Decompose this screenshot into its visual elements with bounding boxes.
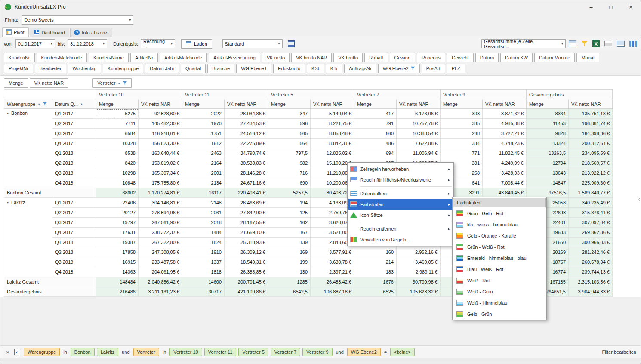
value-cell[interactable]: 239.744,13 €: [569, 267, 613, 277]
value-cell[interactable]: 3.727,21 €: [483, 129, 527, 139]
field-chip[interactable]: VK brutto NAR: [291, 53, 332, 62]
field-chip[interactable]: Datum: [475, 53, 499, 62]
value-cell[interactable]: 214: [354, 257, 397, 267]
total-value-cell[interactable]: 2.315.103,56 €: [569, 277, 613, 287]
quarter-cell[interactable]: Q2 2018: [52, 247, 96, 257]
value-cell[interactable]: 17631: [96, 228, 139, 238]
measure-chip[interactable]: VK netto NAR: [30, 78, 68, 88]
value-cell[interactable]: 2463: [182, 148, 225, 158]
field-chip[interactable]: Erlöskonto: [273, 64, 305, 73]
total-value-cell[interactable]: 1.589.840,77 €: [569, 188, 613, 198]
filter-icon[interactable]: [411, 66, 415, 71]
minimize-button[interactable]: –: [581, 0, 601, 13]
filter-field-chip[interactable]: Warengruppe: [24, 348, 60, 356]
value-cell[interactable]: 417: [354, 109, 397, 119]
value-cell[interactable]: 6584: [96, 129, 139, 139]
quarter-cell[interactable]: Q3 2017: [52, 218, 96, 228]
save-icon[interactable]: [288, 40, 295, 47]
value-cell[interactable]: 4.748,23 €: [483, 139, 527, 148]
filter-icon[interactable]: [43, 102, 47, 106]
value-cell[interactable]: 486: [354, 139, 397, 148]
field-chip[interactable]: VK brutto: [333, 53, 363, 62]
total-value-cell[interactable]: 97516,5: [527, 188, 569, 198]
column-group-header[interactable]: Vertreter 9: [441, 90, 527, 99]
menu-item[interactable]: Regeln für Höchst-/Niedrigstwerte▸: [348, 174, 453, 185]
field-chip[interactable]: Kunden-Name: [89, 53, 129, 62]
value-cell[interactable]: 116.918,01 €: [139, 129, 182, 139]
quarter-cell[interactable]: Q4 2018: [52, 267, 96, 277]
value-cell[interactable]: 9828: [527, 129, 569, 139]
total-row-label[interactable]: Bonbon Gesamt: [4, 188, 96, 198]
menu-item[interactable]: Icon-Sätze▸: [348, 210, 453, 220]
value-cell[interactable]: 347: [268, 109, 311, 119]
value-cell[interactable]: 139: [268, 238, 311, 247]
field-chip[interactable]: ArtikelNr: [130, 53, 158, 62]
field-chip[interactable]: Rabatt: [364, 53, 388, 62]
measure-header[interactable]: Menge: [354, 99, 397, 109]
value-cell[interactable]: 3.871,62 €: [483, 109, 527, 119]
excel-export-icon[interactable]: [592, 40, 600, 47]
submenu-item[interactable]: Weiß - Grün: [453, 286, 546, 297]
value-cell[interactable]: 1970: [182, 119, 225, 129]
value-cell[interactable]: 12794: [527, 158, 569, 168]
value-cell[interactable]: 4.985,38 €: [483, 119, 527, 129]
tab-pivot[interactable]: Pivot: [2, 27, 29, 37]
value-cell[interactable]: 8.842,31 €: [311, 139, 354, 148]
value-cell[interactable]: 1818: [182, 267, 225, 277]
grand-total-cell[interactable]: 6525: [354, 287, 397, 297]
total-value-cell[interactable]: 1285: [268, 277, 311, 287]
submenu-item[interactable]: Gelb - Orange - Koralle: [453, 230, 546, 241]
value-cell[interactable]: 24.671,16 €: [225, 178, 268, 188]
measure-header[interactable]: Menge: [96, 99, 139, 109]
value-cell[interactable]: 25.310,93 €: [225, 238, 268, 247]
value-cell[interactable]: 204.061,95 €: [139, 267, 182, 277]
row-group-cell[interactable]: ▾Lakritz: [4, 198, 52, 277]
value-cell[interactable]: 153.819,02 €: [139, 158, 182, 168]
value-cell[interactable]: 21.669,10 €: [225, 228, 268, 238]
grand-total-cell[interactable]: 3.904.944,33 €: [569, 287, 613, 297]
value-cell[interactable]: 163.640,44 €: [139, 148, 182, 158]
value-cell[interactable]: 194: [268, 198, 311, 208]
field-chip[interactable]: Branche: [207, 64, 234, 73]
value-cell[interactable]: 22406: [96, 198, 139, 208]
quarter-cell[interactable]: Q1 2017: [52, 198, 96, 208]
submenu-item[interactable]: Weiß - Himmelblau: [453, 297, 546, 308]
value-cell[interactable]: 27.842,90 €: [225, 208, 268, 218]
value-cell[interactable]: 7.622,88 €: [397, 139, 441, 148]
value-cell[interactable]: 2.952,16 €: [397, 247, 441, 257]
value-cell[interactable]: 596: [268, 119, 311, 129]
field-chip[interactable]: PosArt: [422, 64, 445, 73]
field-chip[interactable]: Artikel-Matchcode: [160, 53, 207, 62]
field-chip[interactable]: Kunden-Matchcode: [37, 53, 87, 62]
value-cell[interactable]: 8538: [96, 148, 139, 158]
filter-value-chip[interactable]: Vertreter 11: [204, 348, 237, 356]
total-value-cell[interactable]: 2.040.856,42 €: [139, 277, 182, 287]
value-cell[interactable]: 130: [268, 267, 311, 277]
column-group-header[interactable]: Vertreter 7: [354, 90, 441, 99]
total-value-cell[interactable]: 220.408,41 €: [225, 188, 268, 198]
field-chip[interactable]: Datum KW: [500, 53, 533, 62]
value-cell[interactable]: 7711: [96, 119, 139, 129]
quarter-cell[interactable]: Q4 2017: [52, 228, 96, 238]
value-cell[interactable]: 2022: [182, 109, 225, 119]
value-cell[interactable]: 771: [441, 148, 483, 158]
total-value-cell[interactable]: 148484: [96, 277, 139, 287]
value-cell[interactable]: 281.242,46 €: [569, 247, 613, 257]
value-cell[interactable]: 196.881,74 €: [569, 119, 613, 129]
field-chip[interactable]: Gewicht: [447, 53, 474, 62]
value-cell[interactable]: 982: [268, 158, 311, 168]
value-cell[interactable]: 260.578,34 €: [569, 257, 613, 267]
value-cell[interactable]: 28.167,55 €: [225, 218, 268, 228]
field-chip[interactable]: Datum Monate: [534, 53, 575, 62]
value-cell[interactable]: 278.594,96 €: [139, 208, 182, 218]
value-cell[interactable]: 156.823,30 €: [139, 139, 182, 148]
value-cell[interactable]: 175.755,80 €: [139, 178, 182, 188]
value-cell[interactable]: 2.397,21 €: [311, 267, 354, 277]
measure-header[interactable]: VK netto NAR: [225, 99, 268, 109]
value-cell[interactable]: 28.034,86 €: [225, 109, 268, 119]
row-field-header[interactable]: Datum Q...▲: [52, 99, 96, 109]
value-cell[interactable]: 14363: [96, 267, 139, 277]
filter-value-chip[interactable]: Bonbon: [71, 348, 95, 356]
value-cell[interactable]: 8.853,48 €: [311, 129, 354, 139]
datenbasis-select[interactable]: Rechnung ... ▾: [141, 39, 175, 48]
